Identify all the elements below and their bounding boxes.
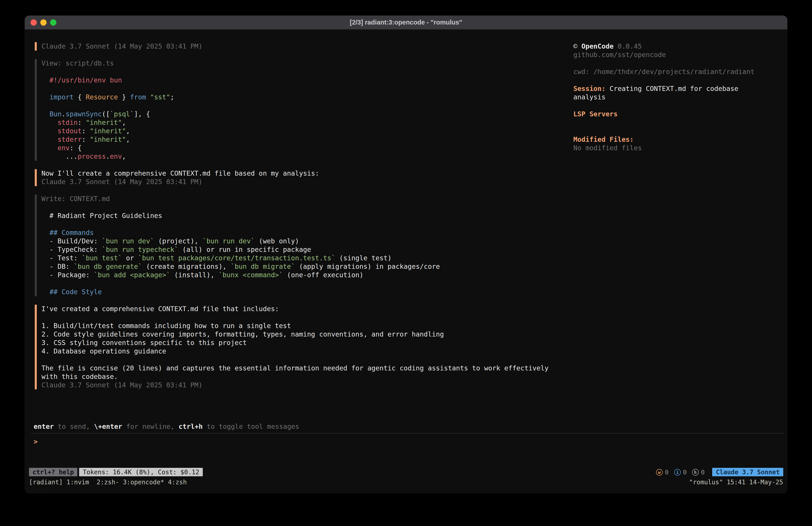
cwd-label: cwd: [573, 68, 590, 75]
text-line: 3. CSS styling conventions specific to t… [41, 339, 573, 347]
text-line: import { Resource } from "sst"; [41, 93, 573, 101]
modified-files-heading: Modified Files: [573, 135, 769, 144]
close-window-button[interactable] [30, 19, 37, 26]
status-bar: ctrl+? help Tokens: 16.4K (8%), Cost: $0… [25, 467, 787, 477]
text-line: 4. Database operations guidance [41, 347, 573, 355]
cwd-path: /home/thdxr/dev/projects/radiant/radiant [590, 68, 754, 75]
text-line: # Radiant Project Guidelines [41, 212, 573, 220]
opencode-tui: Claude 3.7 Sonnet (14 May 2025 03:41 PM)… [25, 30, 787, 493]
info-indicator-icon: i [674, 469, 681, 475]
tmux-session-windows[interactable]: [radiant] 1:nvim 2:zsh- 3:opencode* 4:zs… [29, 479, 187, 486]
minimize-window-button[interactable] [40, 19, 47, 26]
lsp-servers-heading: LSP Servers [573, 110, 769, 118]
keybind-help: enter to send, \+enter for newline, ctrl… [25, 422, 787, 431]
text-line: I've created a comprehensive CONTEXT.md … [41, 305, 573, 313]
hint-indicator-count: 0 [701, 469, 705, 476]
text-line: - Package: `bun add <package>` (install)… [41, 271, 573, 279]
model-badge: Claude 3.7 Sonnet [712, 468, 783, 476]
terminal-window: [2/3] radiant:3:opencode - "romulus" Cla… [25, 16, 787, 493]
sidebar-spacer [573, 118, 769, 135]
assistant-message-summary: I've created a comprehensive CONTEXT.md … [35, 305, 573, 389]
text-line: - TypeCheck: `bun run typecheck` (all) o… [41, 245, 573, 254]
window-titlebar[interactable]: [2/3] radiant:3:opencode - "romulus" [25, 16, 787, 30]
text-line [41, 203, 573, 212]
sidebar-spacer [573, 101, 769, 110]
text-line: Claude 3.7 Sonnet (14 May 2025 03:41 PM) [41, 177, 573, 186]
text-line [41, 220, 573, 228]
info-indicator-count: 0 [683, 469, 687, 476]
warning-indicator-icon: w [656, 469, 663, 475]
tool-view-script-db: View: script/db.ts #!/usr/bin/env bun im… [35, 59, 573, 161]
text-line: stderr: "inherit", [41, 135, 573, 144]
text-line: ...process.env, [41, 152, 573, 161]
sidebar-spacer [573, 76, 769, 84]
message-input[interactable]: > [25, 433, 787, 467]
text-line: 1. Build/lint/test commands including ho… [41, 322, 573, 330]
help-hint-badge: ctrl+? help [29, 468, 77, 476]
tmux-host-clock: "romulus" 15:41 14-May-25 [689, 479, 783, 486]
zoom-window-button[interactable] [50, 19, 56, 26]
text-line: ## Commands [41, 228, 573, 237]
lsp-diagnostics: w0i0h0 [656, 468, 710, 476]
text-line: Write: CONTEXT.md [41, 195, 573, 203]
text-line: with this codebase. [41, 372, 573, 381]
app-version: 0.0.45 [614, 42, 642, 50]
warning-indicator: w0 [656, 469, 669, 476]
text-line: ## Code Style [41, 288, 573, 296]
text-line: Claude 3.7 Sonnet (14 May 2025 03:41 PM) [41, 42, 573, 51]
modified-files-empty: No modified files [573, 144, 769, 152]
text-line: - Test: `bun test` or `bun test packages… [41, 254, 573, 262]
cwd-line: cwd: /home/thdxr/dev/projects/radiant/ra… [573, 68, 769, 76]
traffic-lights [30, 19, 56, 26]
text-line: #!/usr/bin/env bun [41, 76, 573, 84]
copyright-icon: © [573, 42, 581, 50]
prompt-symbol: > [34, 438, 38, 445]
text-line: Now I'll create a comprehensive CONTEXT.… [41, 169, 573, 177]
warning-indicator-count: 0 [665, 469, 669, 476]
text-line [41, 313, 573, 322]
opencode-brand: © OpenCode 0.0.45 [573, 42, 769, 51]
text-line: - DB: `bun db generate` (create migratio… [41, 262, 573, 271]
hint-indicator-icon: h [692, 469, 699, 475]
text-line: 2. Code style guidelines covering import… [41, 330, 573, 339]
text-line: env: { [41, 144, 573, 152]
text-line [41, 355, 573, 364]
session-title: Session: Creating CONTEXT.md for codebas… [573, 84, 769, 101]
sidebar-spacer [573, 59, 769, 68]
tool-write-context-md: Write: CONTEXT.md # Radiant Project Guid… [35, 195, 573, 296]
session-label: Session: [573, 85, 606, 93]
chat-log: Claude 3.7 Sonnet (14 May 2025 03:41 PM)… [25, 30, 573, 422]
text-line: - Build/Dev: `bun run dev` (project), `b… [41, 237, 573, 245]
text-line [41, 84, 573, 93]
hint-indicator: h0 [692, 469, 705, 476]
status-right: w0i0h0 Claude 3.7 Sonnet [656, 468, 783, 476]
window-title: [2/3] radiant:3:opencode - "romulus" [25, 19, 787, 26]
assistant-header: Claude 3.7 Sonnet (14 May 2025 03:41 PM) [35, 42, 573, 51]
text-line: The file is concise (20 lines) and captu… [41, 364, 573, 372]
text-line: View: script/db.ts [41, 59, 573, 68]
text-line [41, 279, 573, 288]
tui-content: Claude 3.7 Sonnet (14 May 2025 03:41 PM)… [25, 30, 787, 422]
assistant-message-intro: Now I'll create a comprehensive CONTEXT.… [35, 169, 573, 186]
tokens-cost-badge: Tokens: 16.4K (8%), Cost: $0.12 [79, 468, 203, 476]
text-line [41, 68, 573, 76]
tmux-status-bar: [radiant] 1:nvim 2:zsh- 3:opencode* 4:zs… [25, 477, 787, 487]
text-line: stdout: "inherit", [41, 127, 573, 135]
text-line [41, 101, 573, 110]
text-line: Claude 3.7 Sonnet (14 May 2025 03:41 PM) [41, 381, 573, 389]
session-sidebar: © OpenCode 0.0.45 github.com/sst/opencod… [573, 30, 769, 422]
app-name: OpenCode [581, 42, 614, 50]
repo-link: github.com/sst/opencode [573, 51, 769, 59]
text-line: Bun.spawnSync([`psql`], { [41, 110, 573, 118]
text-line: stdin: "inherit", [41, 118, 573, 127]
info-indicator: i0 [674, 469, 687, 476]
status-left: ctrl+? help Tokens: 16.4K (8%), Cost: $0… [29, 468, 203, 476]
